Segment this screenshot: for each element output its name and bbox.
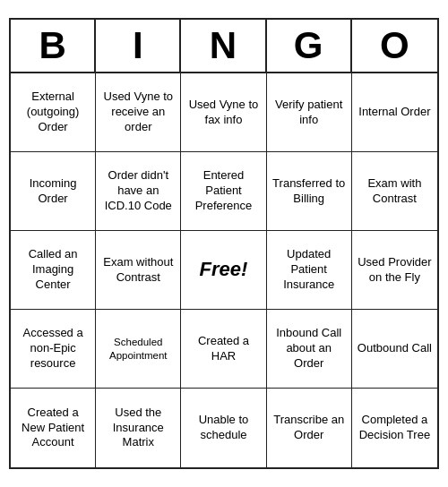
bingo-letter-i: I (96, 20, 181, 72)
bingo-letter-n: N (181, 20, 266, 72)
bingo-cell-5[interactable]: Incoming Order (11, 152, 96, 231)
bingo-cell-22[interactable]: Unable to schedule (181, 389, 266, 467)
bingo-cell-3[interactable]: Verify patient info (267, 73, 352, 152)
bingo-cell-24[interactable]: Completed a Decision Tree (352, 389, 437, 467)
bingo-letter-b: B (11, 20, 96, 72)
bingo-header: BINGO (11, 20, 437, 73)
bingo-cell-10[interactable]: Called an Imaging Center (11, 231, 96, 310)
bingo-cell-4[interactable]: Internal Order (352, 73, 437, 152)
bingo-cell-17[interactable]: Created a HAR (181, 310, 266, 389)
bingo-card: BINGO External (outgoing) OrderUsed Vyne… (9, 18, 439, 469)
bingo-cell-8[interactable]: Transferred to Billing (267, 152, 352, 231)
bingo-cell-11[interactable]: Exam without Contrast (96, 231, 181, 310)
bingo-cell-2[interactable]: Used Vyne to fax info (181, 73, 266, 152)
bingo-grid: External (outgoing) OrderUsed Vyne to re… (11, 73, 437, 467)
bingo-cell-0[interactable]: External (outgoing) Order (11, 73, 96, 152)
bingo-cell-1[interactable]: Used Vyne to receive an order (96, 73, 181, 152)
bingo-cell-20[interactable]: Created a New Patient Account (11, 389, 96, 467)
bingo-cell-9[interactable]: Exam with Contrast (352, 152, 437, 231)
bingo-cell-18[interactable]: Inbound Call about an Order (267, 310, 352, 389)
bingo-cell-21[interactable]: Used the Insurance Matrix (96, 389, 181, 467)
bingo-letter-o: O (352, 20, 437, 72)
bingo-cell-16[interactable]: Scheduled Appointment (96, 310, 181, 389)
bingo-cell-14[interactable]: Used Provider on the Fly (352, 231, 437, 310)
bingo-cell-6[interactable]: Order didn't have an ICD.10 Code (96, 152, 181, 231)
free-space[interactable]: Free! (181, 231, 266, 310)
bingo-letter-g: G (267, 20, 352, 72)
bingo-cell-15[interactable]: Accessed a non-Epic resource (11, 310, 96, 389)
bingo-cell-19[interactable]: Outbound Call (352, 310, 437, 389)
bingo-cell-23[interactable]: Transcribe an Order (267, 389, 352, 467)
bingo-cell-7[interactable]: Entered Patient Preference (181, 152, 266, 231)
bingo-cell-13[interactable]: Updated Patient Insurance (267, 231, 352, 310)
